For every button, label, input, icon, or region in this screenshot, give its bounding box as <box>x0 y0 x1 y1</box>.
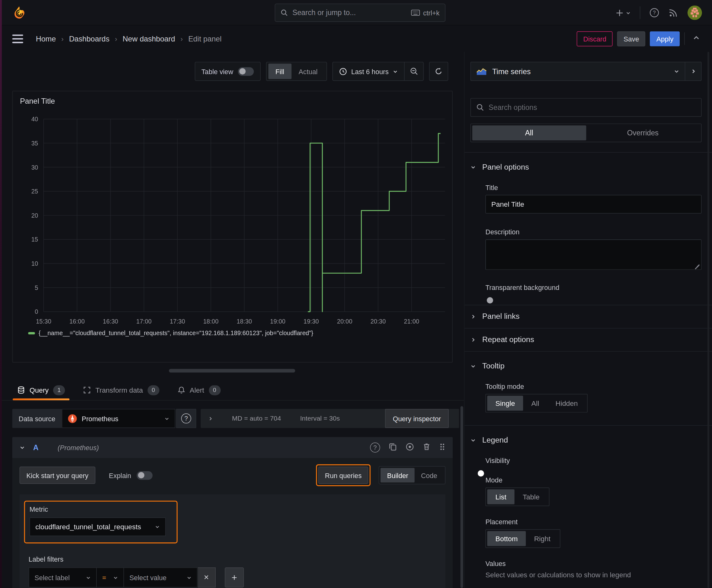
new-menu-button[interactable] <box>616 9 631 17</box>
search-icon <box>281 9 288 16</box>
operator-dropdown[interactable]: = <box>97 568 124 588</box>
discard-button[interactable]: Discard <box>577 31 613 46</box>
svg-text:17:30: 17:30 <box>170 318 185 325</box>
datasource-row: Data source Prometheus ? MD = auto = 704… <box>12 409 459 428</box>
breadcrumb-home[interactable]: Home <box>36 34 56 43</box>
chevron-down-icon <box>86 575 91 580</box>
breadcrumb-new-dashboard[interactable]: New dashboard <box>123 34 175 43</box>
tab-overrides[interactable]: Overrides <box>586 125 700 141</box>
legend-mode-table[interactable]: Table <box>515 489 548 504</box>
actual-option[interactable]: Actual <box>291 63 325 79</box>
query-help-button[interactable]: ? <box>370 443 380 453</box>
datasource-help-button[interactable]: ? <box>176 409 196 428</box>
resize-handle-icon[interactable] <box>694 262 700 268</box>
timeseries-chart[interactable]: 051015202530354015:3016:0016:3017:0017:3… <box>20 114 446 328</box>
add-filter-button[interactable]: + <box>225 568 244 588</box>
sidebar-scrollbar[interactable] <box>708 52 710 588</box>
panel-title: Panel Title <box>20 97 445 105</box>
fill-option[interactable]: Fill <box>268 63 291 79</box>
visibility-label: Visibility <box>486 457 701 465</box>
copy-icon <box>389 443 397 451</box>
metric-select[interactable]: cloudflared_tunnel_total_requests <box>29 517 166 536</box>
svg-text:16:30: 16:30 <box>103 318 118 325</box>
tooltip-single-option[interactable]: Single <box>487 396 523 411</box>
duplicate-query-button[interactable] <box>389 443 397 453</box>
chevron-down-icon <box>155 524 160 529</box>
select-label-dropdown[interactable]: Select label <box>28 568 97 588</box>
legend-values-hint: Select values or calculations to show in… <box>486 571 701 579</box>
tab-alert[interactable]: Alert 0 <box>177 380 220 400</box>
drag-query-handle[interactable] <box>439 443 446 452</box>
divider <box>640 6 640 19</box>
select-value-dropdown[interactable]: Select value <box>124 568 197 588</box>
query-inspector-button[interactable]: Query inspector <box>385 409 449 428</box>
run-queries-button[interactable]: Run queries <box>318 466 368 484</box>
remove-filter-button[interactable]: × <box>197 568 216 588</box>
save-button[interactable]: Save <box>617 31 645 46</box>
tab-all-options[interactable]: All <box>472 125 586 141</box>
chart-legend: {__name__="cloudflared_tunnel_total_requ… <box>20 330 445 337</box>
query-options-bar[interactable]: MD = auto = 704 Interval = 30s Query ins… <box>201 409 459 428</box>
news-button[interactable] <box>668 8 678 18</box>
table-view-toggle[interactable] <box>238 67 254 76</box>
menu-toggle-button[interactable] <box>12 34 23 43</box>
content-scrollbar[interactable] <box>459 52 464 588</box>
zoom-out-time-button[interactable] <box>404 62 423 80</box>
query-editor: A (Prometheus) ? Kick start your query E… <box>12 437 453 588</box>
viz-select-button[interactable]: Time series <box>471 67 685 76</box>
placement-right[interactable]: Right <box>526 531 559 546</box>
table-view-label: Table view <box>201 67 233 76</box>
datasource-picker[interactable]: Prometheus <box>62 409 175 428</box>
fill-actual-switch: Fill Actual <box>266 62 327 81</box>
options-search-input[interactable]: Search options <box>470 98 701 117</box>
breadcrumb-dashboards[interactable]: Dashboards <box>69 34 110 43</box>
panel-resize-handle[interactable] <box>169 369 295 373</box>
svg-text:40: 40 <box>31 115 38 123</box>
table-view-control: Table view <box>195 62 261 81</box>
panel-view-toolbar: Table view Fill Actual Last 6 hours <box>0 62 464 81</box>
explain-toggle[interactable] <box>136 471 153 479</box>
chevron-down-icon <box>187 575 192 580</box>
builder-option[interactable]: Builder <box>381 468 415 482</box>
panel-links-section-header[interactable]: Panel links <box>470 305 701 328</box>
help-button[interactable]: ? <box>649 8 659 18</box>
grafana-logo-icon[interactable] <box>12 6 26 19</box>
legend-mode-list[interactable]: List <box>487 489 515 504</box>
tooltip-all-option[interactable]: All <box>523 396 547 411</box>
legend-placement-switch: Bottom Right <box>486 529 560 548</box>
tab-query[interactable]: Query 1 <box>17 380 65 400</box>
time-range-button[interactable]: Last 6 hours <box>333 67 404 76</box>
refresh-button[interactable] <box>429 62 448 81</box>
panel-options-section-header[interactable]: Panel options <box>470 163 701 172</box>
time-range-control: Last 6 hours <box>332 62 424 81</box>
delete-query-button[interactable] <box>423 443 431 453</box>
legend-section-header[interactable]: Legend <box>470 436 701 445</box>
code-option[interactable]: Code <box>415 468 444 482</box>
apply-button[interactable]: Apply <box>650 31 680 46</box>
global-search-input[interactable]: Search or jump to... ctrl+k <box>275 4 446 22</box>
chevron-down-icon[interactable] <box>19 445 25 450</box>
builder-code-switch: Builder Code <box>379 466 446 484</box>
kick-start-button[interactable]: Kick start your query <box>19 466 95 484</box>
svg-text:15:30: 15:30 <box>36 318 51 325</box>
max-data-points: MD = auto = 704 <box>232 415 281 422</box>
series-color-marker[interactable] <box>28 332 35 334</box>
panel-title-input[interactable]: Panel Title <box>486 195 701 214</box>
placement-bottom[interactable]: Bottom <box>487 531 526 546</box>
window-edge <box>0 0 2 588</box>
bell-icon <box>177 386 185 394</box>
tooltip-hidden-option[interactable]: Hidden <box>547 396 586 411</box>
series-label[interactable]: {__name__="cloudflared_tunnel_total_requ… <box>39 330 313 337</box>
description-field-label: Description <box>486 228 701 236</box>
collapse-options-button[interactable] <box>693 34 700 43</box>
repeat-options-section-header[interactable]: Repeat options <box>470 329 701 351</box>
user-avatar[interactable] <box>688 5 702 20</box>
hide-query-button[interactable] <box>406 442 414 453</box>
query-refid[interactable]: A <box>33 443 39 452</box>
tab-transform-data[interactable]: Transform data 0 <box>83 380 159 400</box>
legend-placement-label: Placement <box>486 518 701 526</box>
viz-suggestions-button[interactable] <box>685 62 701 80</box>
description-textarea[interactable] <box>486 239 701 270</box>
breadcrumb-separator: › <box>180 35 183 43</box>
tooltip-section-header[interactable]: Tooltip <box>470 361 701 371</box>
